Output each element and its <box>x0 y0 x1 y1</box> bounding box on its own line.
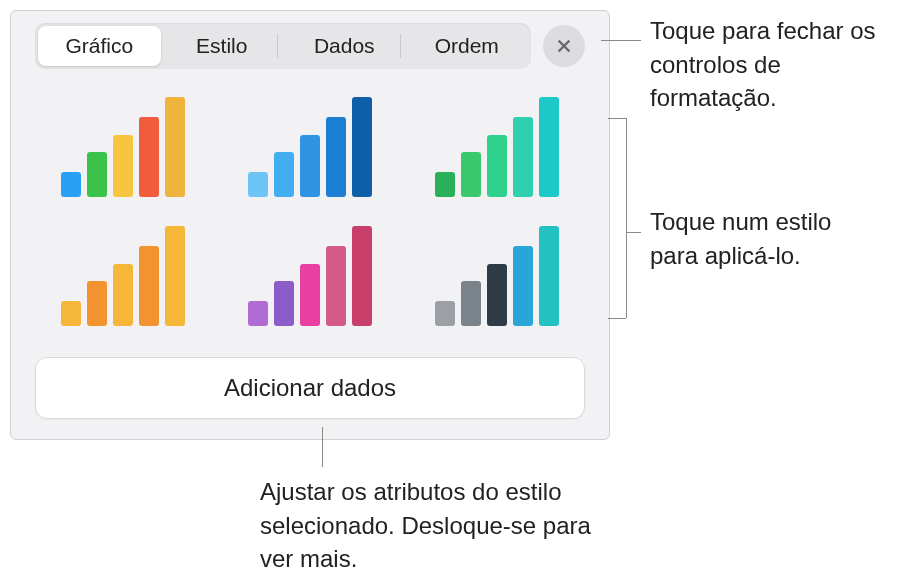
callout-add: Ajustar os atributos do estilo seleciona… <box>260 475 620 576</box>
callout-leader <box>601 40 641 41</box>
add-data-button[interactable]: Adicionar dados <box>35 357 585 419</box>
tab-bar: Gráfico Estilo Dados Ordem <box>35 23 585 69</box>
segmented-control: Gráfico Estilo Dados Ordem <box>35 23 531 69</box>
callout-leader <box>627 232 641 233</box>
tab-order[interactable]: Ordem <box>406 26 529 66</box>
callout-close: Toque para fechar os controlos de format… <box>650 14 880 115</box>
close-button[interactable] <box>543 25 585 67</box>
tab-data[interactable]: Dados <box>283 26 406 66</box>
chart-style-5[interactable] <box>234 226 385 326</box>
chart-style-1[interactable] <box>47 97 198 197</box>
chart-style-2[interactable] <box>234 97 385 197</box>
tab-style[interactable]: Estilo <box>161 26 284 66</box>
style-grid <box>47 97 573 329</box>
chart-style-4[interactable] <box>47 226 198 326</box>
callout-leader <box>322 427 323 467</box>
tab-chart[interactable]: Gráfico <box>38 26 161 66</box>
chart-style-3[interactable] <box>422 97 573 197</box>
callout-leader <box>626 118 627 318</box>
callout-styles: Toque num estilo para aplicá-lo. <box>650 205 880 272</box>
callout-leader <box>608 318 626 319</box>
callout-leader <box>608 118 626 119</box>
format-panel: Gráfico Estilo Dados Ordem Ad <box>10 10 610 440</box>
chart-style-6[interactable] <box>422 226 573 326</box>
close-icon <box>555 37 573 55</box>
